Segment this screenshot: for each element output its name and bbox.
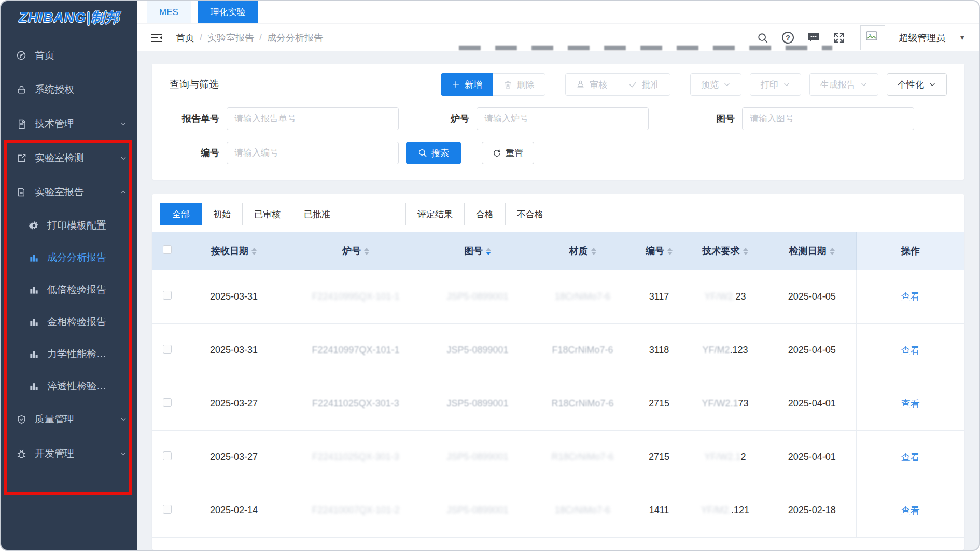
- view-link[interactable]: 查看: [901, 505, 920, 516]
- sidebar-item-home[interactable]: 首页: [1, 38, 137, 73]
- filter-panel: 查询与筛选 新增删除审核批准预览打印生成报告个性化 报告单号炉号图号 编号 搜索…: [152, 64, 964, 180]
- sort-icon: [830, 248, 835, 255]
- sidebar-item-label: 实验室报告: [35, 186, 84, 199]
- row-checkbox[interactable]: [163, 345, 172, 354]
- col-header-furnace[interactable]: 炉号: [286, 232, 426, 270]
- 批准-button[interactable]: 批准: [618, 73, 670, 96]
- col-header-material[interactable]: 材质: [529, 232, 636, 270]
- chevron-down-icon: [120, 154, 127, 162]
- tab-全部[interactable]: 全部: [160, 203, 202, 225]
- reset-button[interactable]: 重置: [482, 142, 534, 164]
- filter-row-2: 编号 搜索 重置: [170, 142, 947, 164]
- report-table-panel: 全部初始已审核已批准 评定结果合格不合格 接收日期炉号图号材质编号技术要求检测日…: [152, 194, 964, 550]
- sidebar-item-quality-mgmt[interactable]: 质量管理: [1, 402, 137, 436]
- cell-tech-req: YF/W2.12: [682, 430, 768, 484]
- 预览-button[interactable]: 预览: [690, 73, 741, 96]
- search-button[interactable]: 搜索: [406, 142, 461, 164]
- help-icon[interactable]: ?: [782, 32, 794, 44]
- col-header-drawing[interactable]: 图号: [426, 232, 529, 270]
- topbar-actions: ? 超级管理员 ▼: [757, 25, 965, 50]
- tab-初始[interactable]: 初始: [201, 203, 243, 225]
- sidebar-item-lab-report[interactable]: 实验室报告: [1, 175, 137, 209]
- tab-已批准[interactable]: 已批准: [292, 203, 342, 225]
- 新增-button[interactable]: 新增: [441, 73, 493, 96]
- sidebar-item-metallographic[interactable]: 金相检验报告: [1, 306, 137, 338]
- sidebar-item-label: 低倍检验报告: [47, 283, 106, 296]
- view-link[interactable]: 查看: [901, 291, 920, 302]
- col-header-date[interactable]: 接收日期: [182, 232, 286, 270]
- view-link[interactable]: 查看: [901, 345, 920, 356]
- toolbar: 新增删除审核批准预览打印生成报告个性化: [441, 73, 947, 96]
- report-no-input[interactable]: [227, 107, 399, 130]
- fullscreen-icon[interactable]: [833, 32, 845, 44]
- 删除-button[interactable]: 删除: [493, 73, 545, 96]
- sidebar-item-composition[interactable]: 成分分析报告: [1, 242, 137, 274]
- stamp-icon: [576, 80, 585, 89]
- drawing-no-input[interactable]: [742, 107, 914, 130]
- main-area: MES理化实验 首页/实验室报告/成分分析报告 ?: [137, 1, 979, 550]
- chevron-down-icon: [120, 416, 127, 423]
- sidebar-item-hardenability[interactable]: 淬透性检验…: [1, 370, 137, 402]
- sidebar-item-dev-mgmt[interactable]: 开发管理: [1, 436, 137, 471]
- sidebar-item-system-auth[interactable]: 系统授权: [1, 73, 137, 107]
- cell-furnace-no: F22411025QX-301-3: [286, 430, 426, 484]
- sidebar-item-label: 质量管理: [35, 413, 74, 426]
- cell-code: 3118: [636, 323, 682, 377]
- sidebar-item-lab-test[interactable]: 实验室检测: [1, 141, 137, 175]
- avatar[interactable]: [860, 25, 885, 50]
- sidebar-item-label: 技术管理: [35, 117, 74, 131]
- cell-code: 1411: [636, 484, 682, 537]
- tab-合格[interactable]: 合格: [464, 203, 506, 225]
- 打印-button[interactable]: 打印: [750, 73, 801, 96]
- row-checkbox[interactable]: [163, 451, 172, 460]
- col-header-test_date[interactable]: 检测日期: [768, 232, 856, 270]
- code-no-input[interactable]: [227, 142, 399, 164]
- cell-receive-date: 2025-02-14: [182, 484, 286, 537]
- shield-check-icon: [16, 414, 27, 425]
- cell-receive-date: 2025-03-31: [182, 270, 286, 323]
- cell-drawing-no: JSP5-0899001: [426, 323, 529, 377]
- sidebar-item-low-mag[interactable]: 低倍检验报告: [1, 274, 137, 306]
- row-checkbox[interactable]: [163, 398, 172, 407]
- view-link[interactable]: 查看: [901, 452, 920, 462]
- col-header-code[interactable]: 编号: [636, 232, 682, 270]
- cell-furnace-no: F22410995QX-101-1: [286, 270, 426, 323]
- sort-icon: [251, 248, 257, 255]
- 生成报告-button[interactable]: 生成报告: [809, 73, 878, 96]
- chevron-down-icon: [120, 120, 127, 128]
- col-header-action: 操作: [856, 232, 964, 270]
- cell-material: F18CrNiMo7-6: [529, 323, 636, 377]
- sidebar-item-label: 金相检验报告: [47, 315, 106, 329]
- cell-tech-req: YF/M2..121: [682, 484, 768, 537]
- app-window: ZHIBANG|制邦 首页系统授权技术管理实验室检测实验室报告打印模板配置成分分…: [0, 0, 980, 551]
- user-caret-down-icon[interactable]: ▼: [959, 34, 965, 41]
- sidebar-item-print-template[interactable]: 打印模板配置: [1, 209, 137, 242]
- tab-评定结果[interactable]: 评定结果: [405, 203, 465, 225]
- 个性化-button[interactable]: 个性化: [887, 73, 947, 96]
- row-checkbox[interactable]: [163, 505, 172, 514]
- breadcrumb-item[interactable]: 首页: [176, 32, 194, 44]
- tab-不合格[interactable]: 不合格: [505, 203, 555, 225]
- cell-furnace-no: F22411025QX-301-3: [286, 377, 426, 430]
- sidebar-item-mechanical[interactable]: 力学性能检…: [1, 338, 137, 370]
- furnace-no-input[interactable]: [477, 107, 649, 130]
- 审核-button[interactable]: 审核: [565, 73, 618, 96]
- app-tab-MES[interactable]: MES: [147, 1, 191, 23]
- chevron-up-icon: [120, 189, 127, 196]
- sidebar-item-tech-mgmt[interactable]: 技术管理: [1, 107, 137, 141]
- search-icon[interactable]: [757, 32, 768, 44]
- app-tab-理化实验[interactable]: 理化实验: [198, 1, 258, 23]
- view-link[interactable]: 查看: [901, 399, 920, 409]
- field-label: 编号: [170, 147, 219, 159]
- user-name[interactable]: 超级管理员: [899, 32, 945, 44]
- collapse-menu-icon[interactable]: [151, 33, 162, 43]
- field-furnace-no: 炉号: [438, 107, 649, 130]
- select-all-checkbox[interactable]: [163, 245, 172, 254]
- tab-已审核[interactable]: 已审核: [242, 203, 292, 225]
- col-header-tech[interactable]: 技术要求: [682, 232, 768, 270]
- cell-test-date: 2025-04-01: [768, 430, 856, 484]
- row-checkbox[interactable]: [163, 291, 172, 300]
- message-icon[interactable]: [807, 32, 820, 44]
- cell-receive-date: 2025-03-31: [182, 323, 286, 377]
- chevron-down-icon: [929, 81, 936, 88]
